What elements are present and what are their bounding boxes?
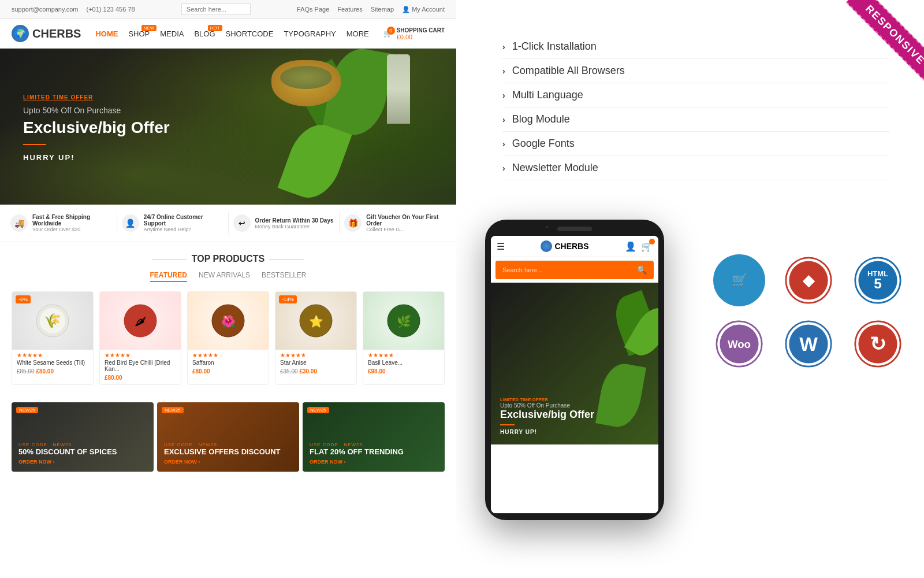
tab-new-arrivals[interactable]: NEW ARRIVALS (199, 271, 250, 282)
limited-offer-badge: LIMITED TIME OFFER (23, 94, 93, 101)
topbar-phone: (+01) 123 456 78 (87, 6, 135, 13)
section-title-text: TOP PRODUCTS (192, 254, 265, 264)
product-name-4: Star Anise (275, 358, 356, 367)
banner-trending: NEW25 USE CODE NEW25 FLAT 20% OFF TRENDI… (303, 402, 445, 472)
chevron-icon-1: › (502, 42, 505, 51)
nav-blog[interactable]: BLOGHOT (194, 29, 215, 38)
phone-search-text: Search here... (502, 266, 637, 273)
hero-banner: LIMITED TIME OFFER Upto 50% Off On Purch… (0, 49, 456, 205)
phone-logo: CHERBS (541, 240, 588, 252)
product-stars-5: ★★★★★ (363, 350, 444, 358)
product-price-1: £85.00 £80.00 (12, 367, 93, 378)
phone-speaker (557, 227, 592, 231)
nav-shortcode[interactable]: SHORTCODE (226, 29, 274, 38)
product-stars-2: ★★★★★ (100, 350, 181, 358)
hero-subtitle: Upto 50% Off On Purchase (23, 106, 170, 115)
product-name-2: Red Bird Eye Chilli (Dried Kan... (100, 358, 181, 373)
features-link[interactable]: Features (337, 6, 362, 13)
bottle-decoration (387, 54, 410, 124)
banner-exclusive: NEW25 USE CODE NEW25 EXCLUSIVE OFFERS DI… (157, 402, 299, 472)
responsive-ribbon: RESPONSIVE (808, 0, 924, 116)
tab-bestseller[interactable]: BESTSELLER (262, 271, 306, 282)
icon-magento-wrap: ◆ (780, 254, 837, 306)
nav-more[interactable]: MORE (346, 29, 369, 38)
phone-search-bar[interactable]: Search here... 🔍 (495, 261, 654, 279)
banner-content-2: USE CODE NEW25 EXCLUSIVE OFFERS DISCOUNT… (164, 442, 281, 465)
phone-cart-icon[interactable]: 🛒 (641, 241, 653, 252)
product-card-4[interactable]: -14% ⭐ ★★★★★ Star Anise £35.00 £30.00 (275, 291, 357, 385)
return-icon: ↩ (233, 214, 251, 232)
banner-use-code-3: USE CODE NEW25 (310, 442, 404, 447)
product-card-5[interactable]: 🌿 ★★★★★ Basil Leave... £98.00 (363, 291, 445, 385)
features-bar: 🚚 Fast & Free Shipping Worldwide Your Or… (0, 205, 456, 242)
phone-limited-offer: LIMITED TIME OFFER (500, 397, 594, 402)
voucher-icon: 🎁 (344, 214, 362, 232)
products-grid: -6% 🌾 ★★★★★ White Sesame Seeds (Till) £8… (12, 291, 445, 385)
product-card-1[interactable]: -6% 🌾 ★★★★★ White Sesame Seeds (Till) £8… (12, 291, 94, 385)
prestashop-icon: ↻ (852, 318, 904, 370)
phone-screen: ☰ CHERBS 👤 🛒 (491, 236, 658, 513)
woo-icon: Woo (713, 318, 765, 370)
banner-title-3: FLAT 20% OFF TRENDING (310, 447, 404, 457)
support-subtitle: Anytime Need Help? (144, 227, 223, 232)
feature-label-newsletter: Newsletter Module (512, 162, 598, 174)
phone-hero-cta: HURRY UP! (500, 429, 594, 435)
html5-icon: HTML 5 (852, 254, 904, 306)
feature-voucher: 🎁 Gift Voucher On Your First Order Colle… (340, 212, 450, 235)
cart-area[interactable]: 🛒 0 SHOPPING CART £0.00 (383, 27, 445, 40)
feature-item-newsletter: › Newsletter Module (502, 156, 889, 180)
nav-typography[interactable]: TYPOGRAPHY (284, 29, 336, 38)
logo-text: CHERBS (32, 27, 81, 40)
tab-featured[interactable]: FEATURED (150, 271, 187, 282)
svg-text:🌺: 🌺 (221, 314, 236, 328)
banner-cta-1[interactable]: ORDER NOW › (18, 459, 117, 465)
shipping-title: Fast & Free Shipping Worldwide (32, 214, 112, 227)
product-card-3[interactable]: 🌺 ★★★★★ Saffaron £80.00 (187, 291, 269, 385)
nav-shop[interactable]: SHOPNEW (128, 29, 150, 38)
section-title: TOP PRODUCTS (12, 254, 445, 264)
product-img-2: 🌶 (100, 292, 181, 350)
wordpress-icon: W (783, 318, 834, 370)
product-price-4: £35.00 £30.00 (275, 367, 356, 378)
website-preview: support@company.com (+01) 123 456 78 FAQ… (0, 0, 456, 578)
product-stars-4: ★★★★★ (275, 350, 356, 358)
phone-search-icon: 🔍 (637, 265, 647, 275)
banner-spices: NEW25 USE CODE NEW25 50% DISCOUNT OF SPI… (12, 402, 154, 472)
phone-icons: 👤 🛒 (625, 241, 653, 252)
cart-info: SHOPPING CART £0.00 (397, 27, 445, 40)
hamburger-icon[interactable]: ☰ (497, 241, 505, 252)
feature-label-1click: 1-Click Installation (512, 40, 597, 53)
feature-item-fonts: › Google Fonts (502, 132, 889, 156)
feature-label-browsers: Compatible All Browsers (512, 65, 625, 77)
hero-content: LIMITED TIME OFFER Upto 50% Off On Purch… (23, 91, 170, 162)
faqs-link[interactable]: FAQs Page (297, 6, 329, 13)
product-price-3: £80.00 (188, 367, 269, 378)
product-name-5: Basil Leave... (363, 358, 444, 367)
icon-prestashop-wrap: ↻ (849, 318, 907, 370)
support-icon: 👤 (122, 214, 139, 232)
phone-hero-title: Exclusive/big Offer (500, 409, 594, 421)
product-name-1: White Sesame Seeds (Till) (12, 358, 93, 367)
svg-text:🌶: 🌶 (135, 315, 146, 328)
phone-leaf-2 (595, 361, 646, 430)
banner-title-2: EXCLUSIVE OFFERS DISCOUNT (164, 447, 281, 457)
banner-cta-3[interactable]: ORDER NOW › (310, 459, 404, 465)
return-subtitle: Money Back Guarantee (255, 224, 334, 229)
banner-content-1: USE CODE NEW25 50% DISCOUNT OF SPICES OR… (18, 442, 117, 465)
sitemap-link[interactable]: Sitemap (371, 6, 394, 13)
feature-support: 👤 24/7 Online Customer Support Anytime N… (117, 212, 229, 235)
nav-home[interactable]: HOME (95, 29, 118, 38)
phone-header: ☰ CHERBS 👤 🛒 (491, 236, 658, 257)
product-card-2[interactable]: 🌶 ★★★★★ Red Bird Eye Chilli (Dried Kan..… (99, 291, 181, 385)
product-stars-1: ★★★★★ (12, 350, 93, 358)
main-nav: HOME SHOPNEW MEDIA BLOGHOT SHORTCODE TYP… (95, 29, 368, 38)
banner-cta-2[interactable]: ORDER NOW › (164, 459, 281, 465)
ribbon-text: RESPONSIVE (846, 0, 924, 84)
return-title: Order Return Within 30 Days (255, 217, 334, 224)
nav-media[interactable]: MEDIA (160, 29, 184, 38)
chevron-icon-2: › (502, 66, 505, 76)
search-input[interactable] (181, 3, 251, 15)
account-link[interactable]: 👤 My Account (402, 6, 445, 13)
phone-user-icon[interactable]: 👤 (625, 241, 636, 252)
feature-label-fonts: Google Fonts (512, 138, 575, 150)
